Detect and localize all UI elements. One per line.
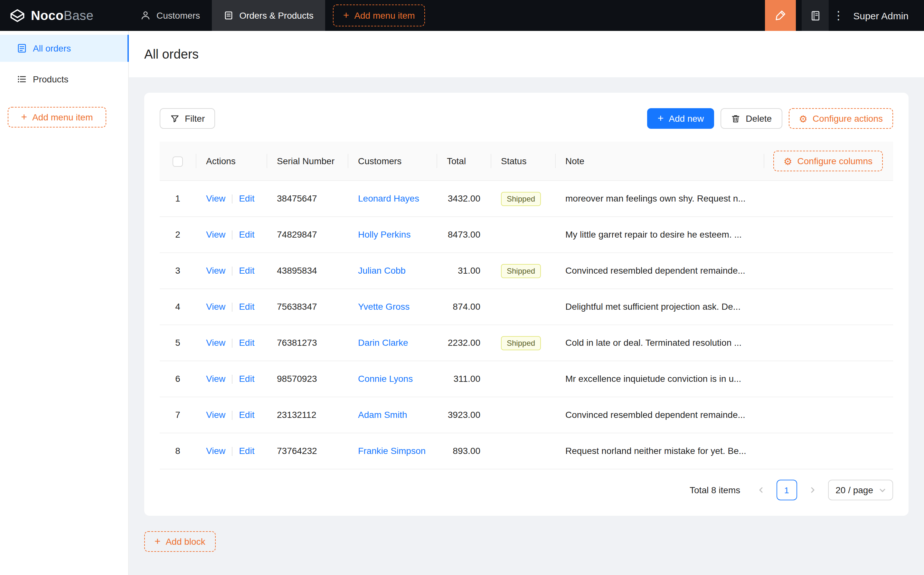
total-cell: 311.00 xyxy=(437,361,491,397)
total-cell: 31.00 xyxy=(437,253,491,289)
edit-link[interactable]: Edit xyxy=(239,410,254,420)
edit-link[interactable]: Edit xyxy=(239,337,254,348)
page-size-select[interactable]: 20 / page xyxy=(828,480,893,500)
serial-number-cell: 43895834 xyxy=(267,253,348,289)
plus-icon: + xyxy=(154,536,160,547)
edit-link[interactable]: Edit xyxy=(239,193,254,203)
plus-icon: + xyxy=(21,112,27,122)
sidebar-item-all-orders[interactable]: All orders xyxy=(0,35,128,62)
main-menu: Customers Orders & Products + Add menu i… xyxy=(129,0,425,31)
total-cell: 8473.00 xyxy=(437,217,491,253)
add-menu-item-button-navbar[interactable]: + Add menu item xyxy=(333,5,425,26)
view-link[interactable]: View xyxy=(206,446,225,456)
column-header-status: Status xyxy=(491,141,555,181)
ui-editor-button[interactable] xyxy=(765,0,796,31)
edit-link[interactable]: Edit xyxy=(239,301,254,311)
row-index: 1 xyxy=(160,181,196,217)
add-menu-item-button-sidebar[interactable]: + Add menu item xyxy=(8,107,106,127)
view-link[interactable]: View xyxy=(206,193,225,203)
configure-columns-button[interactable]: ⚙ Configure columns xyxy=(773,151,883,171)
customer-link[interactable]: Frankie Simpson xyxy=(358,446,425,456)
serial-number-cell: 23132112 xyxy=(267,397,348,433)
app-root: NocoBase Customers Orders & Products + A… xyxy=(0,0,924,575)
serial-number-cell: 38475647 xyxy=(267,181,348,217)
toolbar-right: + Add new Delete ⚙ Configure actions xyxy=(648,108,893,129)
more-menu-button[interactable]: ⋮ xyxy=(829,0,848,31)
navbar-right: ⋮ Super Admin xyxy=(765,0,924,31)
logo[interactable]: NocoBase xyxy=(0,7,129,24)
customer-link[interactable]: Darin Clarke xyxy=(358,337,408,348)
customer-link[interactable]: Yvette Gross xyxy=(358,301,410,311)
add-block-button[interactable]: + Add block xyxy=(144,531,216,552)
table-row: 2 ViewEdit 74829847 Holly Perkins 8473.0… xyxy=(160,217,893,253)
pagination: Total 8 items 1 20 / page xyxy=(160,480,893,500)
nocobase-logo-icon xyxy=(9,7,26,24)
edit-link[interactable]: Edit xyxy=(239,265,254,276)
edit-link[interactable]: Edit xyxy=(239,446,254,456)
filter-button[interactable]: Filter xyxy=(160,108,215,129)
table-row: 1 ViewEdit 38475647 Leonard Hayes 3432.0… xyxy=(160,181,893,217)
page-size-value: 20 / page xyxy=(835,485,873,495)
header-divider xyxy=(764,154,764,168)
chevron-left-icon xyxy=(757,486,765,494)
next-page-button[interactable] xyxy=(802,480,822,500)
serial-number-cell: 73764232 xyxy=(267,433,348,469)
status-badge: Shipped xyxy=(501,336,541,350)
row-index: 6 xyxy=(160,361,196,397)
row-index: 4 xyxy=(160,289,196,325)
orders-products-icon xyxy=(223,10,233,21)
status-badge: Shipped xyxy=(501,264,541,278)
view-link[interactable]: View xyxy=(206,373,225,384)
delete-button[interactable]: Delete xyxy=(721,108,782,129)
customer-link[interactable]: Leonard Hayes xyxy=(358,193,419,203)
action-divider xyxy=(232,231,232,240)
plus-icon: + xyxy=(343,10,349,21)
table-row: 8 ViewEdit 73764232 Frankie Simpson 893.… xyxy=(160,433,893,469)
view-link[interactable]: View xyxy=(206,337,225,348)
note-cell: Delightful met sufficient projection ask… xyxy=(555,289,893,325)
row-index: 5 xyxy=(160,325,196,361)
add-menu-item-label: Add menu item xyxy=(354,10,415,21)
customer-link[interactable]: Adam Smith xyxy=(358,410,407,420)
edit-link[interactable]: Edit xyxy=(239,229,254,240)
note-cell: Mr excellence inquietude conviction is i… xyxy=(555,361,893,397)
delete-label: Delete xyxy=(746,113,772,124)
sidebar-item-products[interactable]: Products xyxy=(0,66,128,93)
view-link[interactable]: View xyxy=(206,265,225,276)
row-index: 3 xyxy=(160,253,196,289)
chevron-down-icon xyxy=(878,486,887,494)
action-divider xyxy=(232,195,232,204)
action-divider xyxy=(232,411,232,420)
user-menu[interactable]: Super Admin xyxy=(848,10,924,21)
sidebar: All orders Products + Add menu item xyxy=(0,31,129,575)
page-title: All orders xyxy=(144,47,198,62)
sidebar-item-label: All orders xyxy=(33,43,71,54)
nav-tab-label: Customers xyxy=(156,10,200,21)
api-doc-button[interactable] xyxy=(802,0,829,31)
nav-tab-orders-products[interactable]: Orders & Products xyxy=(211,0,325,31)
configure-actions-button[interactable]: ⚙ Configure actions xyxy=(789,108,893,129)
view-link[interactable]: View xyxy=(206,301,225,311)
orders-list-icon xyxy=(17,43,27,54)
add-new-label: Add new xyxy=(669,113,704,124)
note-cell: moreover man feelings own shy. Request n… xyxy=(555,181,893,217)
add-new-button[interactable]: + Add new xyxy=(648,108,714,129)
row-index: 7 xyxy=(160,397,196,433)
page-header: All orders xyxy=(129,31,924,77)
customer-link[interactable]: Holly Perkins xyxy=(358,229,411,240)
edit-link[interactable]: Edit xyxy=(239,373,254,384)
select-all-checkbox[interactable] xyxy=(173,156,183,167)
customer-link[interactable]: Julian Cobb xyxy=(358,265,406,276)
page-1-button[interactable]: 1 xyxy=(776,480,797,500)
serial-number-cell: 76381273 xyxy=(267,325,348,361)
view-link[interactable]: View xyxy=(206,410,225,420)
customer-link[interactable]: Connie Lyons xyxy=(358,373,413,384)
status-badge: Shipped xyxy=(501,192,541,206)
prev-page-button[interactable] xyxy=(751,480,771,500)
table-row: 7 ViewEdit 23132112 Adam Smith 3923.00 C… xyxy=(160,397,893,433)
note-cell: My little garret repair to desire he est… xyxy=(555,217,893,253)
nav-tab-customers[interactable]: Customers xyxy=(129,0,211,31)
note-cell: Convinced resembled dependent remainde..… xyxy=(555,253,893,289)
action-divider xyxy=(232,339,232,348)
view-link[interactable]: View xyxy=(206,229,225,240)
